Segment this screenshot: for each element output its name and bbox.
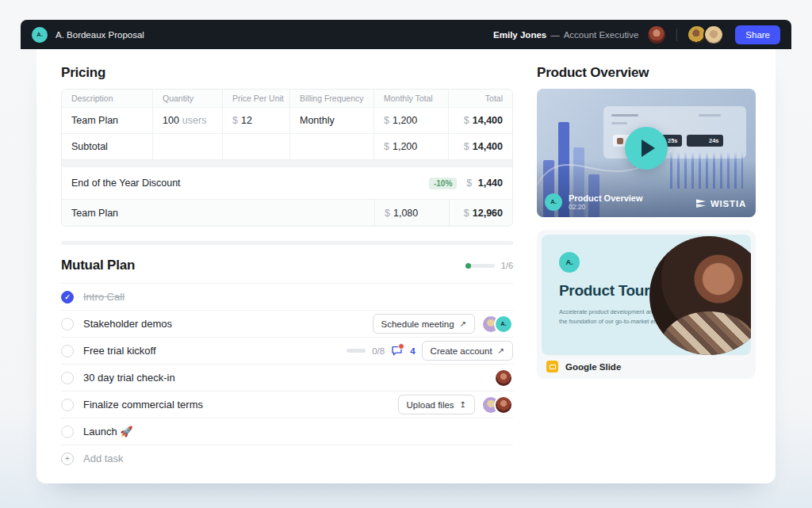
mutual-plan-header: Mutual Plan 1/6	[61, 258, 513, 273]
table-row-subtotal: Subtotal $ 1,200 $ 14,400	[62, 134, 512, 160]
upload-files-button[interactable]: Upload files ↥	[398, 395, 475, 414]
monthly-total-value: 1,200	[393, 141, 417, 152]
task-row-free-trial-kickoff[interactable]: Free trial kickoff 0/8 4 Create accou	[61, 338, 513, 365]
cell-billing-empty	[290, 134, 374, 160]
cell-quantity: 100 users	[153, 108, 223, 134]
product-overview-video[interactable]: 31s 25s 24s A. Product Overview 02:20	[537, 89, 756, 217]
task-actions: Upload files ↥	[398, 395, 513, 414]
right-column: Product Overview 31s	[537, 65, 756, 379]
total-value: 12,960	[473, 208, 503, 219]
wistia-brand-text: WISTIA	[710, 199, 746, 208]
task-row-launch[interactable]: Launch 🚀	[61, 418, 513, 445]
task-checkbox[interactable]	[61, 426, 74, 438]
discount-values: -10% $ 1,440	[429, 178, 503, 189]
col-total: Total	[449, 90, 512, 108]
table-row-discount: End of the Year Discount -10% $ 1,440	[62, 167, 512, 200]
cell-description: Subtotal	[62, 134, 153, 160]
pricing-table-header: Description Quantity Price Per Unit Bill…	[62, 90, 512, 108]
user-name: Emily Jones	[493, 30, 546, 40]
add-task-row[interactable]: + Add task	[61, 445, 513, 472]
avatar-assignee	[494, 369, 513, 388]
video-duration: 02:20	[569, 203, 643, 211]
mutual-plan-progress: 1/6	[466, 261, 513, 270]
mutual-plan-title: Mutual Plan	[61, 258, 135, 273]
cell-monthly-total: $ 1,200	[374, 134, 449, 160]
col-description: Description	[62, 90, 153, 108]
avatar-emily	[646, 25, 667, 45]
task-checkbox[interactable]	[61, 399, 74, 411]
task-checkbox-checked[interactable]: ✓	[61, 291, 74, 304]
comments-count[interactable]: 4	[410, 346, 415, 356]
create-account-button[interactable]: Create account ↗	[422, 341, 513, 361]
monthly-total-value: 1,080	[393, 208, 418, 219]
table-section-spacer	[62, 160, 512, 167]
upload-icon: ↥	[460, 400, 466, 409]
cell-price-empty	[223, 134, 290, 160]
video-title: Product Overview	[569, 193, 643, 203]
task-label: Stakeholder demos	[83, 318, 373, 330]
user-identity: Emily Jones — Account Executive	[493, 30, 638, 40]
discount-label: End of the Year Discount	[71, 178, 181, 189]
col-monthly-total: Monthly Total	[374, 90, 449, 108]
task-label: Launch 🚀	[83, 426, 513, 437]
slide-caption: Google Slide	[542, 355, 751, 374]
product-tour-card[interactable]: A. Product Tour Accelerate product devel…	[537, 230, 756, 379]
wistia-logo: WISTIA	[696, 199, 746, 208]
comments-icon[interactable]	[391, 345, 404, 357]
task-checkbox[interactable]	[61, 318, 74, 330]
quantity-unit: users	[182, 115, 207, 126]
currency-symbol: $	[384, 141, 389, 152]
currency-symbol: $	[464, 208, 469, 219]
collaborator-avatars	[687, 25, 724, 45]
share-button[interactable]: Share	[735, 25, 780, 44]
left-column: Pricing Description Quantity Price Per U…	[61, 65, 513, 472]
schedule-meeting-button[interactable]: Schedule meeting ↗	[373, 314, 475, 334]
cell-quantity-empty	[153, 134, 223, 160]
external-link-icon: ↗	[460, 319, 466, 328]
final-label: Team Plan	[62, 200, 374, 226]
avatar-assignee	[494, 395, 513, 414]
task-row-finalize-terms[interactable]: Finalize commercial terms Upload files ↥	[61, 392, 513, 418]
discount-amount-value: 1,440	[478, 178, 503, 189]
pricing-title: Pricing	[61, 65, 513, 81]
external-link-icon: ↗	[498, 346, 504, 355]
task-label: 30 day trial check-in	[83, 372, 494, 384]
task-checkbox[interactable]	[61, 372, 74, 384]
currency-symbol: $	[464, 141, 469, 152]
document-identity: A. A. Bordeaux Proposal	[32, 27, 144, 43]
price-value: 12	[241, 115, 252, 126]
assignee-avatars: A.	[481, 315, 513, 334]
video-avatar: A.	[545, 193, 562, 211]
add-task-label: Add task	[83, 453, 124, 464]
task-row-30-day-check-in[interactable]: 30 day trial check-in	[61, 365, 513, 392]
cell-total: $ 14,400	[449, 108, 512, 134]
task-row-stakeholder-demos[interactable]: Stakeholder demos Schedule meeting ↗ A.	[61, 311, 513, 338]
task-checkbox[interactable]	[61, 345, 74, 357]
col-billing-frequency: Billing Frequency	[290, 90, 374, 108]
currency-symbol: $	[384, 115, 389, 126]
cell-price-per-unit: $ 12	[223, 108, 290, 134]
button-label: Create account	[431, 346, 492, 356]
avatar-account: A.	[494, 315, 513, 334]
quantity-value: 100	[163, 115, 179, 126]
monthly-total-value: 1,200	[393, 115, 417, 126]
play-button[interactable]	[625, 127, 668, 170]
task-row-intro-call[interactable]: ✓ Intro Call	[61, 284, 513, 311]
col-quantity: Quantity	[153, 90, 223, 108]
plus-icon: +	[61, 453, 74, 465]
task-actions	[494, 369, 513, 388]
task-label: Free trial kickoff	[83, 345, 347, 357]
final-monthly-total: $ 1,080	[374, 200, 449, 226]
task-list: ✓ Intro Call Stakeholder demos Schedule …	[61, 283, 513, 472]
currency-symbol: $	[466, 178, 472, 189]
avatar-collaborator-2	[703, 25, 724, 45]
assignee-avatars	[481, 395, 513, 414]
slide-avatar: A.	[559, 252, 580, 273]
task-label: Finalize commercial terms	[83, 399, 398, 411]
pricing-table: Description Quantity Price Per Unit Bill…	[61, 89, 513, 227]
currency-symbol: $	[385, 208, 390, 219]
currency-symbol: $	[232, 115, 238, 126]
document-avatar: A.	[32, 27, 48, 43]
total-value: 14,400	[473, 115, 503, 126]
discount-badge: -10%	[429, 178, 457, 189]
